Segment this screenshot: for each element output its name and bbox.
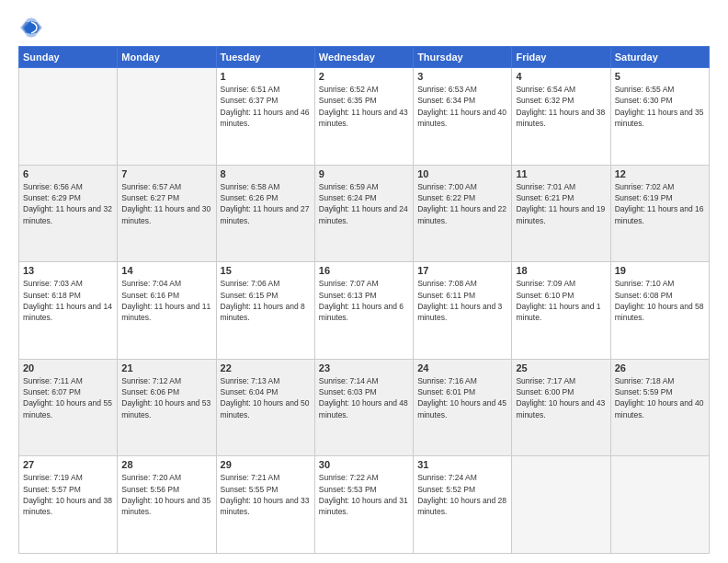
day-number: 27	[23, 459, 113, 470]
table-row: 2Sunrise: 6:52 AM Sunset: 6:35 PM Daylig…	[314, 68, 413, 166]
day-number: 29	[221, 459, 311, 470]
day-number: 12	[615, 168, 705, 179]
table-row: 31Sunrise: 7:24 AM Sunset: 5:52 PM Dayli…	[414, 456, 512, 554]
table-row: 23Sunrise: 7:14 AM Sunset: 6:03 PM Dayli…	[314, 359, 413, 456]
table-row: 1Sunrise: 6:51 AM Sunset: 6:37 PM Daylig…	[216, 68, 314, 166]
day-info: Sunrise: 7:24 AM Sunset: 5:52 PM Dayligh…	[417, 472, 507, 517]
day-info: Sunrise: 6:51 AM Sunset: 6:37 PM Dayligh…	[221, 84, 311, 129]
day-number: 13	[23, 265, 113, 276]
day-info: Sunrise: 7:01 AM Sunset: 6:21 PM Dayligh…	[516, 181, 606, 226]
table-row: 16Sunrise: 7:07 AM Sunset: 6:13 PM Dayli…	[314, 262, 413, 360]
day-info: Sunrise: 7:12 AM Sunset: 6:06 PM Dayligh…	[121, 375, 211, 420]
calendar-week-row: 27Sunrise: 7:19 AM Sunset: 5:57 PM Dayli…	[19, 456, 710, 554]
day-number: 16	[319, 265, 409, 276]
table-row: 28Sunrise: 7:20 AM Sunset: 5:56 PM Dayli…	[118, 456, 216, 554]
day-number: 18	[516, 265, 606, 276]
table-row: 19Sunrise: 7:10 AM Sunset: 6:08 PM Dayli…	[610, 262, 709, 360]
col-monday: Monday	[118, 47, 216, 68]
table-row: 3Sunrise: 6:53 AM Sunset: 6:34 PM Daylig…	[414, 68, 512, 166]
day-number: 25	[516, 362, 606, 373]
table-row: 8Sunrise: 6:58 AM Sunset: 6:26 PM Daylig…	[216, 165, 314, 262]
logo-icon	[18, 15, 44, 40]
day-number: 11	[516, 168, 606, 179]
table-row	[512, 456, 610, 554]
day-info: Sunrise: 6:57 AM Sunset: 6:27 PM Dayligh…	[121, 181, 211, 226]
table-row: 11Sunrise: 7:01 AM Sunset: 6:21 PM Dayli…	[512, 165, 610, 262]
day-info: Sunrise: 7:16 AM Sunset: 6:01 PM Dayligh…	[417, 375, 507, 420]
table-row: 20Sunrise: 7:11 AM Sunset: 6:07 PM Dayli…	[19, 359, 118, 456]
table-row: 21Sunrise: 7:12 AM Sunset: 6:06 PM Dayli…	[118, 359, 216, 456]
day-info: Sunrise: 7:04 AM Sunset: 6:16 PM Dayligh…	[121, 278, 211, 323]
day-number: 28	[121, 459, 211, 470]
table-row: 6Sunrise: 6:56 AM Sunset: 6:29 PM Daylig…	[19, 165, 118, 262]
day-info: Sunrise: 7:14 AM Sunset: 6:03 PM Dayligh…	[319, 375, 409, 420]
table-row: 18Sunrise: 7:09 AM Sunset: 6:10 PM Dayli…	[512, 262, 610, 360]
calendar-header-row: Sunday Monday Tuesday Wednesday Thursday…	[19, 47, 710, 68]
day-number: 22	[221, 362, 311, 373]
day-number: 4	[516, 71, 606, 82]
day-number: 5	[615, 71, 705, 82]
col-wednesday: Wednesday	[314, 47, 413, 68]
table-row: 26Sunrise: 7:18 AM Sunset: 5:59 PM Dayli…	[610, 359, 709, 456]
day-info: Sunrise: 7:20 AM Sunset: 5:56 PM Dayligh…	[121, 472, 211, 517]
day-number: 31	[417, 459, 507, 470]
day-number: 1	[221, 71, 311, 82]
day-info: Sunrise: 7:03 AM Sunset: 6:18 PM Dayligh…	[23, 278, 113, 323]
calendar-week-row: 6Sunrise: 6:56 AM Sunset: 6:29 PM Daylig…	[19, 165, 710, 262]
table-row: 7Sunrise: 6:57 AM Sunset: 6:27 PM Daylig…	[118, 165, 216, 262]
day-info: Sunrise: 6:54 AM Sunset: 6:32 PM Dayligh…	[516, 84, 606, 129]
day-info: Sunrise: 7:22 AM Sunset: 5:53 PM Dayligh…	[319, 472, 409, 517]
day-info: Sunrise: 7:00 AM Sunset: 6:22 PM Dayligh…	[417, 181, 507, 226]
day-info: Sunrise: 7:17 AM Sunset: 6:00 PM Dayligh…	[516, 375, 606, 420]
table-row: 10Sunrise: 7:00 AM Sunset: 6:22 PM Dayli…	[414, 165, 512, 262]
day-info: Sunrise: 7:13 AM Sunset: 6:04 PM Dayligh…	[221, 375, 311, 420]
day-info: Sunrise: 6:53 AM Sunset: 6:34 PM Dayligh…	[417, 84, 507, 129]
day-info: Sunrise: 6:56 AM Sunset: 6:29 PM Dayligh…	[23, 181, 113, 226]
table-row: 27Sunrise: 7:19 AM Sunset: 5:57 PM Dayli…	[19, 456, 118, 554]
day-number: 26	[615, 362, 705, 373]
col-tuesday: Tuesday	[216, 47, 314, 68]
table-row: 29Sunrise: 7:21 AM Sunset: 5:55 PM Dayli…	[216, 456, 314, 554]
day-number: 15	[221, 265, 311, 276]
day-info: Sunrise: 7:08 AM Sunset: 6:11 PM Dayligh…	[417, 278, 507, 323]
day-number: 3	[417, 71, 507, 82]
day-info: Sunrise: 7:21 AM Sunset: 5:55 PM Dayligh…	[221, 472, 311, 517]
page: Sunday Monday Tuesday Wednesday Thursday…	[0, 0, 728, 563]
table-row: 5Sunrise: 6:55 AM Sunset: 6:30 PM Daylig…	[610, 68, 709, 166]
day-number: 8	[221, 168, 311, 179]
day-info: Sunrise: 7:19 AM Sunset: 5:57 PM Dayligh…	[23, 472, 113, 517]
day-info: Sunrise: 7:09 AM Sunset: 6:10 PM Dayligh…	[516, 278, 606, 323]
logo	[18, 15, 48, 40]
day-info: Sunrise: 6:55 AM Sunset: 6:30 PM Dayligh…	[615, 84, 705, 129]
table-row	[19, 68, 118, 166]
table-row	[118, 68, 216, 166]
day-number: 24	[417, 362, 507, 373]
day-number: 2	[319, 71, 409, 82]
day-number: 30	[319, 459, 409, 470]
day-number: 9	[319, 168, 409, 179]
col-saturday: Saturday	[610, 47, 709, 68]
day-number: 6	[23, 168, 113, 179]
calendar-week-row: 20Sunrise: 7:11 AM Sunset: 6:07 PM Dayli…	[19, 359, 710, 456]
day-info: Sunrise: 7:18 AM Sunset: 5:59 PM Dayligh…	[615, 375, 705, 420]
calendar-week-row: 1Sunrise: 6:51 AM Sunset: 6:37 PM Daylig…	[19, 68, 710, 166]
day-number: 17	[417, 265, 507, 276]
header	[18, 15, 710, 40]
table-row: 13Sunrise: 7:03 AM Sunset: 6:18 PM Dayli…	[19, 262, 118, 360]
table-row: 15Sunrise: 7:06 AM Sunset: 6:15 PM Dayli…	[216, 262, 314, 360]
table-row	[610, 456, 709, 554]
day-number: 20	[23, 362, 113, 373]
day-info: Sunrise: 7:06 AM Sunset: 6:15 PM Dayligh…	[221, 278, 311, 323]
day-number: 14	[121, 265, 211, 276]
table-row: 9Sunrise: 6:59 AM Sunset: 6:24 PM Daylig…	[314, 165, 413, 262]
table-row: 25Sunrise: 7:17 AM Sunset: 6:00 PM Dayli…	[512, 359, 610, 456]
col-friday: Friday	[512, 47, 610, 68]
day-number: 7	[121, 168, 211, 179]
day-number: 19	[615, 265, 705, 276]
col-sunday: Sunday	[19, 47, 118, 68]
day-info: Sunrise: 7:11 AM Sunset: 6:07 PM Dayligh…	[23, 375, 113, 420]
table-row: 4Sunrise: 6:54 AM Sunset: 6:32 PM Daylig…	[512, 68, 610, 166]
table-row: 14Sunrise: 7:04 AM Sunset: 6:16 PM Dayli…	[118, 262, 216, 360]
day-info: Sunrise: 6:52 AM Sunset: 6:35 PM Dayligh…	[319, 84, 409, 129]
day-number: 10	[417, 168, 507, 179]
